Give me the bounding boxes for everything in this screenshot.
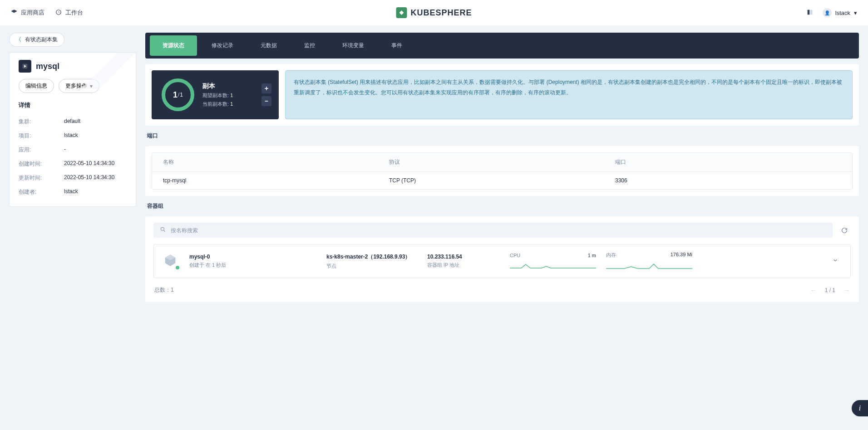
port-port: 3306: [615, 177, 841, 184]
search-input[interactable]: [171, 227, 826, 234]
pod-name: mysql-0: [189, 254, 316, 260]
pod-created: 创建于 在 1 秒后: [189, 262, 316, 269]
nav-workbench-label: 工作台: [65, 9, 83, 17]
mem-sparkline: [606, 260, 692, 270]
detail-row: 创建时间:2022-05-10 14:34:30: [19, 157, 127, 171]
details-header: 详情: [19, 101, 127, 109]
refresh-button[interactable]: [838, 224, 851, 237]
replica-title: 副本: [202, 82, 233, 90]
pod-row[interactable]: mysql-0 创建于 在 1 秒后 ks-k8s-master-2（192.1…: [153, 244, 851, 278]
cpu-sparkline: [510, 260, 596, 270]
detail-value: -: [64, 146, 127, 154]
brand-label: KUBESPHERE: [410, 8, 472, 18]
tab-监控[interactable]: 监控: [291, 35, 328, 56]
main: 资源状态修改记录元数据监控环境变量事件 1/1 副本 期望副本数: 1 当前副本…: [145, 33, 859, 302]
col-port: 端口: [615, 158, 841, 166]
detail-row: 集群:default: [19, 115, 127, 129]
tab-事件[interactable]: 事件: [379, 35, 415, 56]
edit-info-button[interactable]: 编辑信息: [19, 79, 54, 93]
detail-value: 2022-05-10 14:34:30: [64, 174, 127, 182]
cpu-spark-col: CPU1 m: [510, 253, 596, 270]
ports-section-label: 端口: [145, 131, 859, 141]
resource-status-panel: 1/1 副本 期望副本数: 1 当前副本数: 1 ＋ － 有状态副本集 (Sta…: [145, 64, 859, 126]
pods-footer: 总数：1 ← 1 / 1 →: [153, 284, 851, 296]
search-row: [153, 223, 851, 238]
topbar-right: 👤 lstack ▾: [806, 8, 857, 17]
tab-元数据[interactable]: 元数据: [248, 35, 290, 56]
brand-icon: [396, 7, 407, 18]
content-wrap: 〈 有状态副本集 mysql 编辑信息 更多操作▾ 详情 集群:default项…: [0, 25, 868, 309]
statefulset-icon: [19, 60, 31, 73]
detail-row: 更新时间:2022-05-10 14:34:30: [19, 171, 127, 185]
back-label: 有状态副本集: [25, 36, 58, 44]
brand[interactable]: KUBESPHERE: [396, 7, 472, 18]
detail-value: lstack: [64, 188, 127, 196]
chevron-left-icon: 〈: [16, 36, 21, 44]
svg-line-6: [164, 230, 165, 232]
notifications-icon[interactable]: [806, 9, 814, 17]
back-button[interactable]: 〈 有状态副本集: [9, 33, 64, 47]
details-list: 集群:default项目:lstack应用:-创建时间:2022-05-10 1…: [19, 115, 127, 199]
username-label: lstack: [835, 10, 850, 16]
pod-ip-label: 容器组 IP 地址: [427, 262, 500, 269]
info-banner: 有状态副本集 (StatefulSet) 用来描述有状态应用，比如副本之间有主从…: [285, 70, 853, 119]
more-actions-button[interactable]: 更多操作▾: [59, 79, 99, 93]
replica-ring: 1/1: [162, 78, 194, 111]
detail-key: 创建时间:: [19, 160, 64, 168]
ports-panel: 名称 协议 端口 tcp-mysqlTCP (TCP)3306: [145, 146, 859, 196]
replica-total: 1: [180, 92, 183, 98]
status-dot-icon: [175, 265, 180, 270]
topbar: 应用商店 工作台 KUBESPHERE 👤 lstack ▾: [0, 0, 868, 25]
svg-rect-1: [807, 10, 809, 15]
user-menu[interactable]: 👤 lstack ▾: [823, 8, 857, 17]
page-prev-button[interactable]: ←: [810, 287, 817, 294]
col-protocol: 协议: [389, 158, 615, 166]
port-protocol: TCP (TCP): [389, 177, 615, 184]
scale-down-button[interactable]: －: [261, 96, 271, 106]
tabs-bar: 资源状态修改记录元数据监控环境变量事件: [145, 33, 859, 59]
mem-value: 176.39 Mi: [671, 252, 692, 259]
replica-text: 副本 期望副本数: 1 当前副本数: 1: [202, 82, 233, 108]
detail-value: lstack: [64, 132, 127, 140]
tab-环境变量[interactable]: 环境变量: [330, 35, 377, 56]
topbar-left: 应用商店 工作台: [11, 9, 83, 17]
detail-row: 创建者:lstack: [19, 185, 127, 199]
resource-name: mysql: [36, 62, 59, 71]
detail-value: default: [64, 118, 127, 126]
detail-value: 2022-05-10 14:34:30: [64, 160, 127, 168]
pods-section-label: 容器组: [145, 201, 859, 211]
ports-table: 名称 协议 端口 tcp-mysqlTCP (TCP)3306: [152, 152, 853, 190]
detail-row: 应用:-: [19, 143, 127, 157]
search-box[interactable]: [153, 223, 833, 238]
resource-title-row: mysql: [19, 60, 127, 73]
pod-ip-col: 10.233.116.54 容器组 IP 地址: [427, 254, 500, 269]
scale-up-button[interactable]: ＋: [261, 83, 271, 93]
detail-key: 创建者:: [19, 188, 64, 196]
sidebar: 〈 有状态副本集 mysql 编辑信息 更多操作▾ 详情 集群:default项…: [9, 33, 136, 207]
mem-label: 内存: [606, 252, 616, 259]
mem-spark-col: 内存176.39 Mi: [606, 252, 692, 270]
detail-key: 集群:: [19, 118, 64, 126]
replica-strip: 1/1 副本 期望副本数: 1 当前副本数: 1 ＋ － 有状态副本集 (Sta…: [152, 70, 853, 119]
nav-app-store[interactable]: 应用商店: [11, 9, 44, 17]
svg-point-5: [161, 227, 164, 230]
detail-key: 应用:: [19, 146, 64, 154]
pod-node-col: ks-k8s-master-2（192.168.9.93） 节点: [326, 253, 417, 269]
expand-button[interactable]: [829, 254, 841, 268]
cpu-value: 1 m: [588, 253, 596, 258]
tab-资源状态[interactable]: 资源状态: [150, 35, 197, 56]
resource-card: mysql 编辑信息 更多操作▾ 详情 集群:default项目:lstack应…: [9, 52, 136, 207]
detail-key: 更新时间:: [19, 174, 64, 182]
page-next-button[interactable]: →: [843, 287, 850, 294]
pod-ip: 10.233.116.54: [427, 254, 500, 260]
svg-rect-2: [810, 10, 812, 15]
workbench-icon: [55, 9, 62, 17]
nav-app-store-label: 应用商店: [21, 9, 44, 17]
pod-name-col: mysql-0 创建于 在 1 秒后: [189, 254, 316, 269]
ports-row: tcp-mysqlTCP (TCP)3306: [152, 172, 852, 189]
nav-workbench[interactable]: 工作台: [55, 9, 83, 17]
scale-controls: ＋ －: [261, 83, 271, 106]
total-count: 总数：1: [154, 286, 174, 294]
tab-修改记录[interactable]: 修改记录: [199, 35, 246, 56]
port-name: tcp-mysql: [163, 177, 389, 184]
